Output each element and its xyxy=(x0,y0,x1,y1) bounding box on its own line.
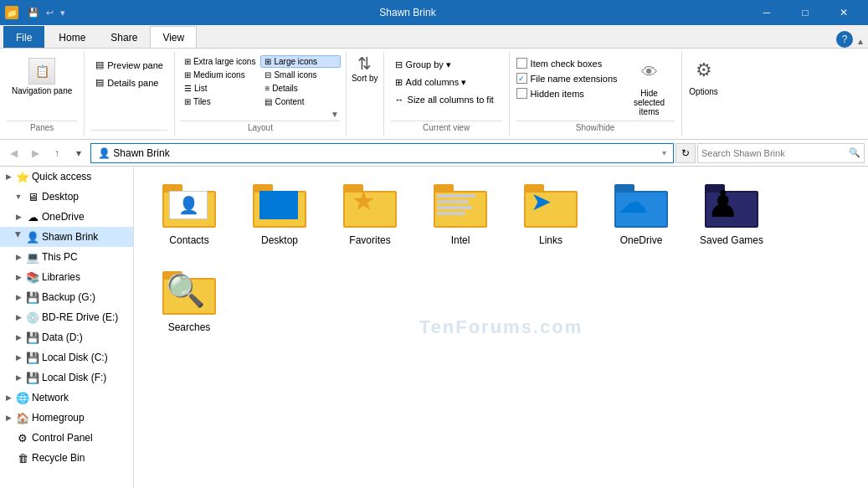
folder-icon xyxy=(430,181,490,231)
address-path[interactable]: 👤 Shawn Brink ▾ xyxy=(90,143,674,163)
content-button[interactable]: ▤ Content xyxy=(260,95,340,108)
folder-favorites[interactable]: ★ Favorites xyxy=(328,173,412,254)
sidebar-item-data-d[interactable]: ▶ 💾 Data (D:) xyxy=(0,327,133,347)
item-checkboxes-checkbox xyxy=(516,58,527,69)
folder-searches[interactable]: 🔍 Searches xyxy=(147,260,231,341)
tab-view[interactable]: View xyxy=(150,26,197,48)
nav-pane-section: 📋 Navigation pane Panes xyxy=(0,52,85,136)
options-button[interactable]: ⚙ Options xyxy=(689,55,719,96)
sidebar-item-shawn-brink[interactable]: ▶ 👤 Shawn Brink xyxy=(0,227,133,247)
medium-icons-button[interactable]: ⊞ Medium icons xyxy=(180,69,259,81)
expand-icon: ▼ xyxy=(13,193,23,201)
sidebar-item-homegroup[interactable]: ▶ 🏠 Homegroup xyxy=(0,408,133,428)
folder-icon: 👤 xyxy=(159,181,219,231)
preview-pane-button[interactable]: ▤ Preview pane xyxy=(91,57,167,73)
expand-icon: ▶ xyxy=(3,393,13,402)
search-box[interactable]: 🔍 xyxy=(697,143,865,163)
hide-selected-items-button[interactable]: 👁 Hide selected items xyxy=(624,57,675,121)
folder-contacts[interactable]: 👤 Contacts xyxy=(147,173,231,254)
back-button[interactable]: ◀ xyxy=(3,143,23,163)
current-view-label: Current view xyxy=(391,121,502,132)
size-columns-icon: ↔ xyxy=(395,95,404,105)
refresh-button[interactable]: ↻ xyxy=(675,143,696,163)
minimize-button[interactable]: ─ xyxy=(747,0,786,25)
folder-intel[interactable]: Intel xyxy=(419,173,502,254)
this-pc-icon: 💻 xyxy=(25,249,40,265)
folder-desktop-graphic xyxy=(253,184,306,228)
list-button[interactable]: ☰ List xyxy=(180,82,259,95)
tiles-icon: ⊞ xyxy=(184,97,191,106)
expand-icon: ▶ xyxy=(13,213,23,221)
sidebar-item-control-panel[interactable]: ⚙ Control Panel xyxy=(0,428,133,448)
maximize-button[interactable]: □ xyxy=(786,0,824,25)
sidebar-item-quick-access[interactable]: ▶ ⭐ Quick access xyxy=(0,167,133,187)
sidebar-item-desktop[interactable]: ▼ 🖥 Desktop xyxy=(0,187,133,207)
recent-locations-button[interactable]: ▾ xyxy=(69,143,89,163)
tab-home[interactable]: Home xyxy=(46,26,98,48)
extra-large-icons-button[interactable]: ⊞ Extra large icons xyxy=(180,55,259,68)
quick-access-icon: ⭐ xyxy=(15,169,30,184)
sidebar-item-libraries[interactable]: ▶ 📚 Libraries xyxy=(0,267,133,287)
forward-button[interactable]: ▶ xyxy=(25,143,45,163)
help-button[interactable]: ? xyxy=(836,31,853,48)
tab-file[interactable]: File xyxy=(3,26,44,48)
sidebar-item-local-f[interactable]: ▶ 💾 Local Disk (F:) xyxy=(0,367,133,388)
folder-onedrive[interactable]: ☁ OneDrive xyxy=(599,173,683,254)
small-icons-button[interactable]: ⊟ Small icons xyxy=(260,69,340,81)
collapse-ribbon-button[interactable]: ▲ xyxy=(853,35,868,48)
hidden-items-toggle[interactable]: Hidden items xyxy=(516,87,618,100)
size-columns-button[interactable]: ↔ Size all columns to fit xyxy=(391,92,502,107)
group-by-button[interactable]: ⊟ Group by ▾ xyxy=(391,57,502,73)
sidebar-item-network[interactable]: ▶ 🌐 Network xyxy=(0,388,133,408)
folder-saved-games[interactable]: ♟ Saved Games xyxy=(690,173,773,254)
expand-icon: ▶ xyxy=(13,353,23,362)
sidebar-label-local-f: Local Disk (F:) xyxy=(42,372,130,383)
folder-links[interactable]: ➤ Links xyxy=(509,173,593,254)
content-area: TenForums.com 👤 Contacts xyxy=(134,167,868,488)
sidebar-label-bd-re: BD-RE Drive (E:) xyxy=(42,311,130,323)
customize-icon[interactable]: ▾ xyxy=(58,7,68,19)
details-pane-button[interactable]: ▤ Details pane xyxy=(91,74,167,90)
sidebar-item-recycle-bin[interactable]: 🗑 Recycle Bin xyxy=(0,448,133,468)
large-icons-button[interactable]: ⊞ Large icons xyxy=(260,55,340,68)
expand-icon: ▶ xyxy=(13,293,23,301)
expand-icon: ▶ xyxy=(13,253,23,261)
sidebar-item-this-pc[interactable]: ▶ 💻 This PC xyxy=(0,247,133,267)
hide-selected-icon: 👁 xyxy=(634,57,665,87)
ribbon-tab-bar: File Home Share View ? ▲ xyxy=(0,25,868,49)
folder-favorites-graphic: ★ xyxy=(343,184,397,228)
undo-icon[interactable]: ↩ xyxy=(44,7,56,19)
navigation-pane-button[interactable]: 📋 Navigation pane xyxy=(7,55,77,98)
expand-icon: ▶ xyxy=(13,373,23,382)
checkbox-group: Item check boxes ✓ File name extensions … xyxy=(516,57,618,121)
sidebar-item-backup[interactable]: ▶ 💾 Backup (G:) xyxy=(0,287,133,307)
details-button[interactable]: ≡ Details xyxy=(260,82,340,95)
contacts-person-icon: 👤 xyxy=(178,195,199,215)
folder-desktop[interactable]: Desktop xyxy=(238,173,321,254)
tab-share[interactable]: Share xyxy=(98,26,150,48)
layout-expand-button[interactable]: ▼ xyxy=(329,108,341,121)
up-button[interactable]: ↑ xyxy=(47,143,67,163)
sidebar-item-local-c[interactable]: ▶ 💾 Local Disk (C:) xyxy=(0,347,133,367)
nav-pane-label: Navigation pane xyxy=(12,86,72,95)
sidebar-item-onedrive[interactable]: ▶ ☁ OneDrive xyxy=(0,207,133,227)
add-columns-button[interactable]: ⊞ Add columns ▾ xyxy=(391,74,502,90)
sidebar-label-recycle-bin: Recycle Bin xyxy=(32,452,130,464)
folder-label-searches: Searches xyxy=(168,321,211,333)
tiles-button[interactable]: ⊞ Tiles xyxy=(180,95,259,108)
folder-icon: ☁ xyxy=(611,181,671,231)
search-input[interactable] xyxy=(701,148,849,158)
save-icon[interactable]: 💾 xyxy=(25,7,42,19)
sort-by-button[interactable]: ⇅ Sort by xyxy=(352,55,378,83)
show-hide-label: Show/hide xyxy=(516,121,675,132)
watermark: TenForums.com xyxy=(419,316,583,338)
file-extensions-toggle[interactable]: ✓ File name extensions xyxy=(516,72,618,85)
sidebar-label-backup: Backup (G:) xyxy=(42,291,130,303)
item-checkboxes-toggle[interactable]: Item check boxes xyxy=(516,57,618,69)
path-text: Shawn Brink xyxy=(113,147,169,159)
folder-icon: ★ xyxy=(340,181,400,231)
title-bar: 📁 💾 ↩ ▾ Shawn Brink ─ □ ✕ xyxy=(0,0,868,25)
close-button[interactable]: ✕ xyxy=(824,0,863,25)
sidebar-item-bd-re[interactable]: ▶ 💿 BD-RE Drive (E:) xyxy=(0,307,133,327)
folder-icon: ➤ xyxy=(521,181,581,231)
